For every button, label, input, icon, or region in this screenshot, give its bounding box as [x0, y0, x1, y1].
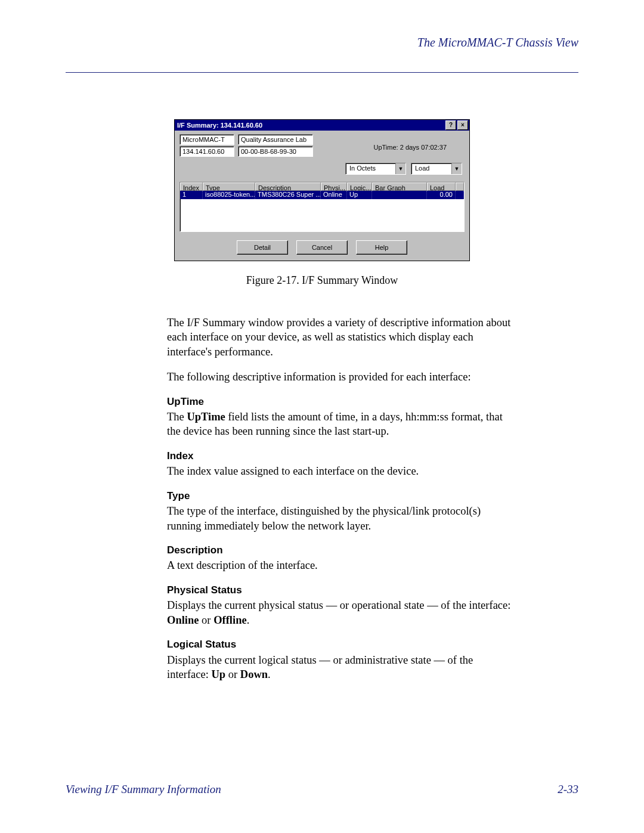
text-bold: UpTime — [187, 411, 225, 423]
text-bold: Online — [167, 614, 199, 626]
term-uptime-text: The UpTime field lists the amount of tim… — [167, 410, 513, 439]
chevron-down-icon[interactable]: ▼ — [395, 163, 405, 174]
term-uptime-heading: UpTime — [167, 395, 513, 408]
text-bold: Offline — [213, 614, 247, 626]
term-type-heading: Type — [167, 490, 513, 503]
term-physical-heading: Physical Status — [167, 584, 513, 597]
cell-physical: Online — [321, 191, 347, 199]
cell-load: 0.00 — [427, 191, 456, 199]
help-button[interactable]: Help — [356, 240, 407, 255]
intro-paragraph-2: The following descriptive information is… — [167, 370, 513, 384]
col-description[interactable]: Description — [255, 182, 321, 191]
list-header: Index Type Description Physi... Logic...… — [180, 182, 464, 191]
term-logical-heading: Logical Status — [167, 638, 513, 651]
text-bold: Up — [211, 668, 225, 680]
term-index-text: The index value assigned to each interfa… — [167, 464, 513, 478]
metric-select-value: In Octets — [346, 163, 395, 174]
close-icon[interactable]: × — [457, 120, 468, 130]
unit-select-value: Load — [411, 163, 451, 174]
term-physical-text: Displays the current physical status — o… — [167, 598, 513, 627]
window-title: I/F Summary: 134.141.60.60 — [177, 122, 444, 129]
if-summary-window: I/F Summary: 134.141.60.60 ? × MicroMMAC… — [174, 119, 470, 261]
cell-bargraph — [372, 191, 427, 199]
device-lab-field: Quality Assurance Lab — [238, 134, 313, 145]
text-fragment: or — [199, 614, 213, 626]
cell-type: iso88025-token... — [203, 191, 255, 199]
col-load[interactable]: Load — [427, 182, 456, 191]
text-fragment: The — [167, 411, 187, 423]
text-fragment: Displays the current physical status — o… — [167, 599, 510, 611]
metric-select[interactable]: In Octets ▼ — [345, 163, 406, 175]
help-icon[interactable]: ? — [445, 120, 456, 130]
page-header-title: The MicroMMAC-T Chassis View — [66, 36, 578, 49]
unit-select[interactable]: Load ▼ — [411, 163, 462, 175]
chevron-down-icon[interactable]: ▼ — [451, 163, 462, 174]
cancel-button[interactable]: Cancel — [296, 240, 348, 255]
col-logical[interactable]: Logic... — [347, 182, 372, 191]
figure-caption: Figure 2-17. I/F Summary Window — [131, 274, 513, 287]
col-bargraph[interactable]: Bar Graph — [372, 182, 427, 191]
device-name-field: MicroMMAC-T — [179, 134, 234, 145]
cell-logical: Up — [347, 191, 372, 199]
uptime-label: UpTime: 2 days 07:02:37 — [374, 134, 465, 151]
term-description-text: A text description of the interface. — [167, 558, 513, 572]
footer-section: Viewing I/F Summary Information — [66, 783, 221, 796]
cell-description: TMS380C26 Super ... — [255, 191, 321, 199]
cell-pad — [456, 191, 464, 199]
header-rule — [66, 72, 578, 73]
detail-button[interactable]: Detail — [237, 240, 288, 255]
term-type-text: The type of the interface, distinguished… — [167, 504, 513, 533]
interface-list[interactable]: Index Type Description Physi... Logic...… — [179, 182, 465, 232]
col-type[interactable]: Type — [203, 182, 255, 191]
text-fragment: or — [225, 668, 240, 680]
cell-index: 1 — [180, 191, 203, 199]
device-mac-field: 00-00-B8-68-99-30 — [238, 146, 313, 157]
term-logical-text: Displays the current logical status — or… — [167, 653, 513, 682]
device-ip-field: 134.141.60.60 — [179, 146, 234, 157]
titlebar[interactable]: I/F Summary: 134.141.60.60 ? × — [175, 120, 469, 131]
intro-paragraph-1: The I/F Summary window provides a variet… — [167, 315, 513, 359]
text-fragment: . — [247, 614, 250, 626]
col-physical[interactable]: Physi... — [321, 182, 347, 191]
col-scroll-pad — [456, 182, 464, 191]
footer-page-number: 2-33 — [558, 783, 578, 796]
col-index[interactable]: Index — [180, 182, 203, 191]
text-fragment: . — [268, 668, 271, 680]
term-description-heading: Description — [167, 544, 513, 557]
term-index-heading: Index — [167, 450, 513, 463]
text-bold: Down — [240, 668, 268, 680]
table-row[interactable]: 1 iso88025-token... TMS380C26 Super ... … — [180, 191, 464, 199]
